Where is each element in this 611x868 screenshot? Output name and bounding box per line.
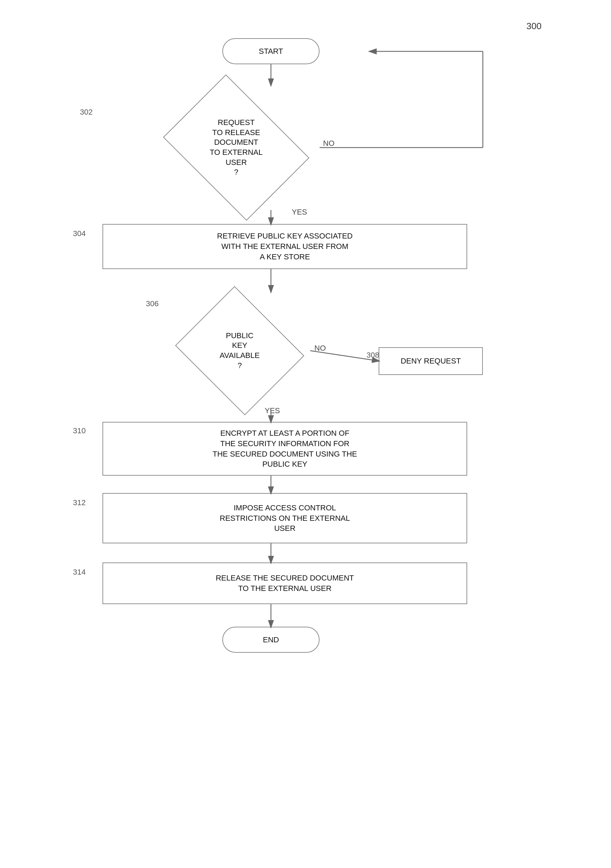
box-308: DENY REQUEST <box>379 347 483 375</box>
label-304: 304 <box>73 229 86 238</box>
end-node: END <box>222 627 320 653</box>
label-308: 308 <box>367 351 379 360</box>
figure-number: 300 <box>527 21 541 32</box>
box-312: IMPOSE ACCESS CONTROLRESTRICTIONS ON THE… <box>103 493 467 543</box>
diamond-302-text: REQUESTTO RELEASEDOCUMENTTO EXTERNALUSER… <box>210 118 263 177</box>
end-label: END <box>258 632 284 648</box>
no-label-1: NO <box>323 139 334 148</box>
box-304: RETRIEVE PUBLIC KEY ASSOCIATEDWITH THE E… <box>103 224 467 269</box>
box-312-text: IMPOSE ACCESS CONTROLRESTRICTIONS ON THE… <box>215 500 355 536</box>
yes-label-2: YES <box>265 406 280 415</box>
box-314: RELEASE THE SECURED DOCUMENTTO THE EXTER… <box>103 563 467 604</box>
box-308-text: DENY REQUEST <box>396 353 465 369</box>
label-314: 314 <box>73 568 86 577</box>
label-306: 306 <box>146 299 159 308</box>
decision-306: PUBLICKEYAVAILABLE? <box>170 291 309 410</box>
diamond-306-text: PUBLICKEYAVAILABLE? <box>219 331 260 370</box>
start-label: START <box>254 43 288 59</box>
box-310-text: ENCRYPT AT LEAST A PORTION OFTHE SECURIT… <box>208 425 362 472</box>
decision-302: REQUESTTO RELEASEDOCUMENTTO EXTERNALUSER… <box>153 85 320 210</box>
start-node: START <box>222 38 320 64</box>
label-302: 302 <box>80 108 93 117</box>
diamond-306: PUBLICKEYAVAILABLE? <box>170 291 309 410</box>
box-314-text: RELEASE THE SECURED DOCUMENTTO THE EXTER… <box>211 570 359 596</box>
no-label-2: NO <box>314 344 326 353</box>
label-310: 310 <box>73 426 86 436</box>
flowchart-diagram: 300 START 302 REQUESTTO RELEASEDOCUMENTT… <box>0 0 611 868</box>
box-310: ENCRYPT AT LEAST A PORTION OFTHE SECURIT… <box>103 422 467 476</box>
label-312: 312 <box>73 498 86 507</box>
yes-label-1: YES <box>292 208 307 217</box>
box-304-text: RETRIEVE PUBLIC KEY ASSOCIATEDWITH THE E… <box>212 228 358 265</box>
diamond-302: REQUESTTO RELEASEDOCUMENTTO EXTERNALUSER… <box>153 85 320 210</box>
